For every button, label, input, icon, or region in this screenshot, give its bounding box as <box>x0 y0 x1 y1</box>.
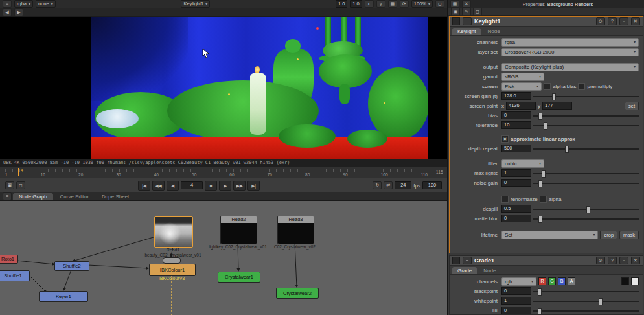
blackpoint-field[interactable]: 0 <box>501 287 531 295</box>
set-button[interactable]: set <box>625 102 639 110</box>
gamma-icon[interactable]: γ <box>376 0 385 8</box>
help-icon[interactable]: ? <box>608 18 617 25</box>
filter-dropdown[interactable]: cubic▾ <box>501 159 544 168</box>
node-color-swatch[interactable] <box>452 257 460 264</box>
curve-icon[interactable]: ~ <box>463 18 472 25</box>
node-ibkcolour[interactable]: IBKColour1 <box>149 264 196 276</box>
refresh-icon[interactable]: ⟳ <box>400 0 409 8</box>
matte-blur-slider[interactable] <box>533 215 639 222</box>
range-icon[interactable]: ◻ <box>16 181 25 189</box>
blue-channel-swatch[interactable]: B <box>558 277 566 285</box>
goto-end-button[interactable]: ▶| <box>247 181 260 191</box>
node-shuffle1[interactable]: Shuffle1 <box>0 270 30 281</box>
node-read3[interactable]: Read3 <box>277 216 314 244</box>
despill-field[interactable]: 0.5 <box>501 205 531 213</box>
node-color-swatch[interactable] <box>452 18 460 25</box>
wipe-icon[interactable]: ◐ <box>365 0 374 8</box>
zoom-dropdown[interactable]: 100%▾ <box>411 0 433 8</box>
point-y-field[interactable]: 177 <box>542 102 572 110</box>
node-read2[interactable]: Read2 <box>220 216 257 244</box>
green-channel-swatch[interactable]: G <box>548 277 556 285</box>
red-channel-swatch[interactable]: R <box>538 277 546 285</box>
checker-swatch[interactable] <box>631 277 639 285</box>
noise-gain-field[interactable]: 0 <box>501 179 531 187</box>
tolerance-slider[interactable] <box>533 122 639 129</box>
layer-dropdown[interactable]: rgba▾ <box>14 0 33 8</box>
point-x-field[interactable]: 4136 <box>506 102 536 110</box>
tab-curve-editor[interactable]: Curve Editor <box>54 193 95 200</box>
lifetime-dropdown[interactable]: Set▾ <box>501 231 598 239</box>
node-shuffle2[interactable]: Shuffle2 <box>54 261 89 271</box>
screen-pick-dropdown[interactable]: Pick▾ <box>501 82 542 91</box>
node-keyer[interactable]: Keyer1 <box>39 291 88 302</box>
despill-slider[interactable] <box>533 205 639 213</box>
help-icon[interactable]: ? <box>608 257 617 264</box>
tab-keylight[interactable]: Keylight <box>452 28 481 35</box>
max-lights-slider[interactable] <box>533 170 639 177</box>
panel-grade-header[interactable]: ~ Grade1 ⊙ ? ▫ ✕ <box>450 256 643 266</box>
float-icon[interactable]: ▫ <box>619 18 628 25</box>
viewer-gamma-field[interactable]: 1.0 <box>350 0 362 8</box>
curve-icon[interactable]: ~ <box>463 257 472 264</box>
pane-close-icon[interactable]: ✕ <box>462 0 471 8</box>
tab-grade[interactable]: Grade <box>452 267 477 274</box>
center-icon[interactable]: ⊙ <box>596 18 605 25</box>
viewer-gain-field[interactable]: 1.0 <box>336 0 347 8</box>
approx-checkbox[interactable]: ✕ <box>501 135 509 143</box>
pane-tab-properties[interactable]: Properties <box>523 1 545 7</box>
pane-tab-background-renders[interactable]: Background Renders <box>547 1 593 7</box>
close-icon[interactable]: ✕ <box>631 257 640 264</box>
renormalize-checkbox[interactable] <box>501 196 509 203</box>
edit-icon[interactable]: ✎ <box>462 8 471 16</box>
viewer-menu-icon[interactable]: ≡ <box>3 0 12 8</box>
node-crystalwear2[interactable]: Crystalwear2 <box>276 288 319 299</box>
loop-icon[interactable]: ↻ <box>373 181 382 189</box>
max-lights-field[interactable]: 1 <box>501 169 531 177</box>
bias-field[interactable]: 0 <box>501 111 531 119</box>
tab-node-graph[interactable]: Node Graph <box>13 193 53 200</box>
back-icon[interactable]: ◀ <box>3 8 12 16</box>
channels-dropdown[interactable]: rgba▾ <box>501 38 639 47</box>
screen-gain-field[interactable]: 128.0 <box>501 92 531 100</box>
goto-start-button[interactable]: |◀ <box>138 181 150 191</box>
premultiply-checkbox[interactable] <box>578 83 585 90</box>
checker-swatch[interactable] <box>621 277 629 285</box>
tab-dope-sheet[interactable]: Dope Sheet <box>96 193 135 200</box>
transport-zoom-field[interactable]: 100 <box>422 181 442 189</box>
stop-button[interactable]: ■ <box>205 181 217 191</box>
clear-icon[interactable]: ◻ <box>473 8 482 16</box>
pause-icon[interactable]: ◻ <box>435 0 444 8</box>
pane-menu-icon[interactable]: ≡ <box>3 192 12 200</box>
mask-button[interactable]: mask <box>619 231 639 239</box>
blackpoint-slider[interactable] <box>533 288 639 295</box>
screen-gain-slider[interactable] <box>533 93 639 100</box>
timeline[interactable]: 1 10 20 30 40 50 60 70 80 90 100 110 4 1… <box>0 167 447 178</box>
viewer-canvas[interactable] <box>0 17 447 159</box>
noise-gain-slider[interactable] <box>533 180 639 187</box>
whitepoint-slider[interactable] <box>533 298 639 305</box>
float-icon[interactable]: ▫ <box>619 257 628 264</box>
forward-icon[interactable]: ▶ <box>14 8 23 16</box>
fps-field[interactable]: 24 <box>395 181 411 189</box>
tolerance-field[interactable]: 10 <box>501 121 531 129</box>
depth-repeat-field[interactable]: 500 <box>501 145 531 152</box>
lift-slider[interactable] <box>533 307 639 314</box>
viewer-input-dropdown[interactable]: Keylight1▾ <box>181 0 210 8</box>
node-dot[interactable] <box>163 257 181 264</box>
grade-channels-dropdown[interactable]: rgb▾ <box>501 277 536 286</box>
step-forward-button[interactable]: ▶ <box>219 181 231 191</box>
output-dropdown[interactable]: Composite (Keylight plus)▾ <box>501 63 639 71</box>
node-roto[interactable]: Roto1 <box>0 255 18 264</box>
whitepoint-field[interactable]: 1 <box>501 297 531 305</box>
pane-grid-icon[interactable]: ▦ <box>450 0 459 8</box>
fast-backward-button[interactable]: ◀◀ <box>152 181 165 191</box>
depth-repeat-slider[interactable] <box>533 145 639 152</box>
layer-set-dropdown[interactable]: Crossover-RGB 2000▾ <box>501 48 639 56</box>
tab-node[interactable]: Node <box>482 28 505 35</box>
alpha-bias-checkbox[interactable] <box>544 83 551 90</box>
playhead[interactable] <box>18 168 19 176</box>
node-read1[interactable] <box>154 216 193 248</box>
alpha-checkbox[interactable] <box>540 196 547 203</box>
center-icon[interactable]: ⊙ <box>596 257 605 264</box>
tab-node2[interactable]: Node <box>478 267 501 274</box>
